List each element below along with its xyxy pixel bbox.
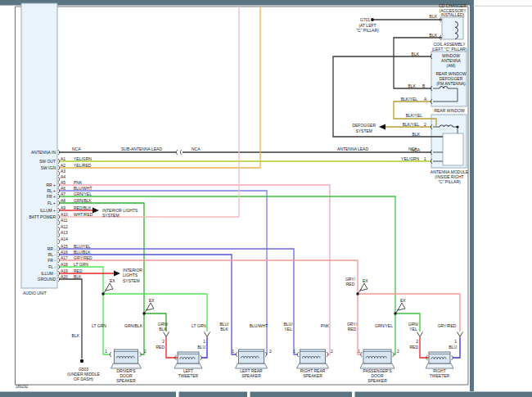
diagram-text: BLK/YEL xyxy=(403,122,420,127)
pin-connector-icon xyxy=(58,246,60,251)
diagram-text: SPEAKER xyxy=(116,378,136,383)
g701-ground-icon xyxy=(371,18,374,21)
splice-triangle-icon xyxy=(106,283,113,291)
diagram-text: REAR WINDOW xyxy=(434,108,465,113)
diagram-text: RR - xyxy=(47,246,56,251)
diagram-text: BLU/WHT xyxy=(250,323,268,328)
diagram-text: RED/BLK xyxy=(74,205,92,210)
diagram-text: A7 xyxy=(61,192,65,196)
wire-a16-blublk xyxy=(59,255,237,354)
diagram-text: BLK xyxy=(159,327,167,332)
diagram-text: RR + xyxy=(46,183,56,187)
diagram-text: 1 xyxy=(424,156,426,161)
diagram-text: GROUND xyxy=(38,277,56,282)
diagram-text: YEL xyxy=(284,327,292,332)
diagram-text: A4 xyxy=(61,174,65,179)
bottom-window-bar-4 xyxy=(355,392,532,397)
junction-dot xyxy=(456,125,458,128)
diagram-text: RL + xyxy=(47,188,56,193)
diagram-text: SPEAKER xyxy=(367,378,387,383)
diagram-text: OF DASH) xyxy=(74,377,93,381)
defogger-system-arrow xyxy=(379,124,385,130)
pin-connector-icon xyxy=(58,258,60,263)
coil-assembly-box xyxy=(442,17,463,39)
inline-connector-icon xyxy=(417,332,423,337)
diagram-text: 2 xyxy=(397,349,399,354)
wiring-diagram-page: ANTENNA INSW OUTSW IGNRR +RL +FR +FL +IL… xyxy=(0,0,532,397)
diagram-text: (AT LEFT xyxy=(358,23,376,28)
inline-connector-icon xyxy=(458,332,463,337)
pin-connector-icon xyxy=(58,264,60,269)
diagram-text: LT GRN xyxy=(192,323,206,328)
diagram-text: EX xyxy=(400,298,406,303)
diagram-text: SPEAKER xyxy=(303,373,322,378)
diagram-text: A8 xyxy=(61,198,65,203)
diagram-text: A5 xyxy=(61,180,65,185)
diagram-text: FR + xyxy=(47,194,56,199)
wire-left-tweeter-red xyxy=(166,337,178,358)
diagram-text: GRY/RED xyxy=(438,323,457,328)
pin-connector-icon xyxy=(58,271,60,276)
pin-connector-icon xyxy=(58,252,60,257)
diagram-text: BLK xyxy=(430,14,438,19)
diagram-text: 1 xyxy=(293,349,295,354)
diagram-text: SPEAKER xyxy=(241,373,261,378)
splice-triangle-icon xyxy=(360,283,367,291)
diagram-text: BLU xyxy=(449,345,457,350)
right-window-bar xyxy=(470,0,474,391)
diagram-text: SYSTEM xyxy=(102,213,119,218)
diagram-text: BLK xyxy=(412,52,420,56)
diagram-text: GRN/BLK xyxy=(124,323,143,328)
diagram-text: NCA xyxy=(72,147,81,151)
diagram-text: NCA xyxy=(192,147,201,151)
pin-connector-icon xyxy=(58,214,60,219)
diagram-text: RED xyxy=(156,345,165,350)
diagram-text: SW OUT xyxy=(39,159,56,164)
diagram-text: A6 xyxy=(61,186,65,191)
diagram-text: RED xyxy=(409,345,418,350)
diagram-text: WHT/RED xyxy=(74,212,93,217)
bottom-window-bar-3 xyxy=(250,392,353,397)
pin-connector-icon xyxy=(327,352,328,357)
diagram-text: YEL/RED xyxy=(74,163,92,168)
diagram-text: ILLUM - xyxy=(41,271,56,276)
diagram-text: 1 xyxy=(358,349,360,354)
diagram-text: A10 xyxy=(61,212,68,217)
diagram-text: 2 xyxy=(424,122,426,127)
diagram-text: BLK xyxy=(220,327,228,332)
wire-a17-gryred xyxy=(59,260,361,354)
diagram-text: "C" PILLAR) xyxy=(438,179,461,184)
diagram-text: BLK/YEL xyxy=(401,97,418,102)
diagram-text: AUDIO UNIT xyxy=(23,291,47,295)
antenna-amplifier-box xyxy=(443,133,463,165)
diagram-text: INSTALLED) xyxy=(441,12,465,17)
diagram-text: LIGHTS xyxy=(123,273,138,277)
pin-connector-icon xyxy=(58,159,60,164)
diagram-text: 2 xyxy=(269,349,272,354)
g503-ground-icon xyxy=(80,359,83,363)
diagram-text: "C" PILLAR) xyxy=(356,28,379,33)
pin-connector-icon xyxy=(176,150,178,155)
diagram-text: INTERIOR xyxy=(123,268,142,273)
pin-connector-icon xyxy=(180,150,182,155)
diagram-text: A xyxy=(424,97,427,102)
diagram-text: 2 xyxy=(144,349,147,354)
diagram-text: 2 xyxy=(416,339,418,344)
bottom-window-bar-1 xyxy=(0,392,176,397)
wiring-diagram-canvas: ANTENNA INSW OUTSW IGNRR +RL +FR +FL +IL… xyxy=(0,0,532,397)
diagram-text: YEL xyxy=(409,327,417,332)
wire-a2-yelred xyxy=(59,7,260,168)
diagram-text: BLK xyxy=(413,132,421,137)
interior-lights-arrow-2 xyxy=(114,271,120,277)
diagram-text: G701 xyxy=(360,17,370,22)
diagram-text: A16 xyxy=(61,250,68,255)
splice-triangle-icon xyxy=(147,303,154,310)
diagram-text: A11 xyxy=(61,218,68,223)
diagram-text: B xyxy=(422,83,426,88)
diagram-text: FL + xyxy=(47,201,56,205)
diagram-text: A18 xyxy=(61,262,68,267)
diagram-text: EX xyxy=(363,278,368,283)
diagram-text: A14 xyxy=(61,237,68,241)
diagram-text: YEL/GRN xyxy=(401,156,419,161)
pin-connector-icon xyxy=(58,165,60,170)
